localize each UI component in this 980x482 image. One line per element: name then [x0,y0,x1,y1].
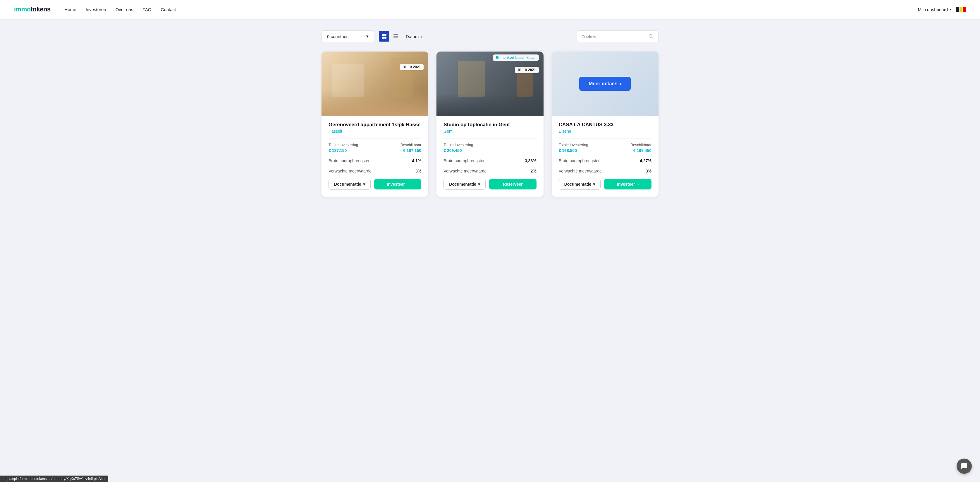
invest-button[interactable]: Investeer › [374,179,422,190]
invest-label: Investeer [387,182,404,187]
status-bar: https://platform.immotokens.be/property/… [0,476,108,482]
card-image-2: Binnenkort beschikbaar 01-10-2021 [436,51,543,116]
rental-stat: Bruto huuropbrengsten 3,36% [444,158,536,163]
card-actions-3: Documentatie ▾ Investeer › [559,179,651,190]
nav-item-investeren[interactable]: Investeren [86,7,106,12]
arrow-right-icon: › [638,182,639,187]
card-stats: Totale investering € 168.500 Beschikbaar… [559,138,651,173]
svg-rect-0 [382,34,384,36]
arrow-right-icon: › [620,81,622,87]
rental-value: 3,36% [525,158,536,163]
available-value: € 187.150 [401,148,422,153]
main-content: 0 countries ▾ Datum [315,30,665,197]
chevron-down-icon: ▾ [593,182,595,187]
nav-item-contact[interactable]: Contact [161,7,176,12]
divider [559,166,651,166]
meerwaarde-stat: Verwachte meerwaarde 2% [444,169,536,173]
meerwaarde-label: Verwachte meerwaarde [444,169,487,173]
property-card: Binnenkort beschikbaar 01-10-2021 Studio… [436,51,543,197]
svg-line-8 [652,37,653,39]
dashboard-label: Mijn dashboard [918,7,948,12]
status-url: https://platform.immotokens.be/property/… [3,477,105,481]
total-investment-value: € 168.500 [559,148,588,153]
meerwaarde-stat: Verwachte meerwaarde 3% [329,169,421,173]
divider [329,166,421,166]
grid-icon [382,34,387,39]
header-right: Mijn dashboard ▾ [918,7,966,12]
svg-rect-5 [393,36,398,37]
list-view-button[interactable] [391,31,401,41]
documentation-button[interactable]: Documentatie ▾ [444,179,485,190]
investment-stats: Totale investering € 187.150 Beschikbaar… [329,143,421,153]
countries-dropdown[interactable]: 0 countries ▾ [321,30,374,42]
svg-rect-2 [382,37,384,39]
list-icon [393,34,398,39]
search-input[interactable] [582,34,648,39]
filters-row: 0 countries ▾ Datum [321,30,659,42]
available-col: Beschikbaar € 187.150 [401,143,422,153]
header: immotokens Home Investeren Over ons FAQ … [0,0,980,19]
nav-item-over-ons[interactable]: Over ons [116,7,134,12]
total-investment-col: Totale investering € 209.450 [444,143,473,153]
card-actions-2: Documentatie ▾ Reserveer [444,179,536,190]
available-label: Beschikbaar [630,143,651,147]
date-filter[interactable]: Datum ↓ [406,34,423,39]
chevron-down-icon: ▾ [366,34,369,39]
nav-item-faq[interactable]: FAQ [143,7,151,12]
rental-value: 4,27% [640,158,651,163]
documentation-button[interactable]: Documentatie ▾ [329,179,371,190]
logo-first: immo [14,6,31,13]
card-date-badge: 01-10-2021 [515,67,539,73]
rental-stat: Bruto huuropbrengsten 4,27% [559,158,651,163]
invest-label: Investeer [617,182,635,187]
card-location: Elsene [559,129,651,134]
card-body-3: CASA LA CANTUS 3.33 Elsene Totale invest… [552,116,659,197]
countries-label: 0 countries [327,34,348,39]
logo[interactable]: immotokens [14,6,51,13]
doc-label: Documentatie [564,182,592,187]
svg-rect-3 [384,37,387,39]
total-investment-value: € 187.150 [329,148,358,153]
card-date-badge: 31-10-2021 [400,64,423,70]
card-soon-badge: Binnenkort beschikbaar [493,54,539,61]
view-toggle [379,31,401,41]
chevron-down-icon: ▾ [950,7,951,11]
meer-details-label: Meer details [589,81,617,87]
svg-rect-6 [393,37,398,38]
arrow-right-icon: › [407,182,409,187]
total-investment-label: Totale investering [559,143,588,147]
doc-label: Documentatie [334,182,361,187]
card-title: Studio op toplocatie in Gent [444,122,536,128]
invest-button[interactable]: Investeer › [604,179,651,190]
meerwaarde-label: Verwachte meerwaarde [329,169,372,173]
card-actions-1: Documentatie ▾ Investeer › [329,179,421,190]
card-body-2: Studio op toplocatie in Gent Gent Totale… [436,116,543,197]
documentation-button[interactable]: Documentatie ▾ [559,179,601,190]
total-investment-value: € 209.450 [444,148,473,153]
nav-item-home[interactable]: Home [65,7,76,12]
search-box[interactable] [577,30,659,42]
reserve-button[interactable]: Reserveer [489,179,536,190]
card-image-1: 31-10-2021 [321,51,428,116]
svg-rect-4 [393,34,398,35]
meer-details-button[interactable]: Meer details › [579,77,631,91]
meerwaarde-value: 3% [646,169,651,173]
rental-label: Bruto huuropbrengsten [329,158,370,163]
country-flag[interactable] [956,7,966,12]
main-nav: Home Investeren Over ons FAQ Contact [65,7,918,12]
grid-view-button[interactable] [379,31,389,41]
flag-black [956,7,959,12]
total-investment-label: Totale investering [444,143,473,147]
investment-stats: Totale investering € 168.500 Beschikbaar… [559,143,651,153]
card-image-3: Meer details › [552,51,659,116]
divider [329,156,421,156]
meerwaarde-value: 2% [530,169,536,173]
svg-rect-1 [384,34,387,36]
card-location: Gent [444,129,536,134]
chat-bubble[interactable] [956,458,972,474]
investment-stats: Totale investering € 209.450 [444,143,536,153]
card-stats: Totale investering € 187.150 Beschikbaar… [329,138,421,173]
card-body-1: Gerenoveerd appartement 1slpk Hasse Hass… [321,116,428,197]
available-col: Beschikbaar € 168.450 [630,143,651,153]
dashboard-button[interactable]: Mijn dashboard ▾ [918,7,951,12]
